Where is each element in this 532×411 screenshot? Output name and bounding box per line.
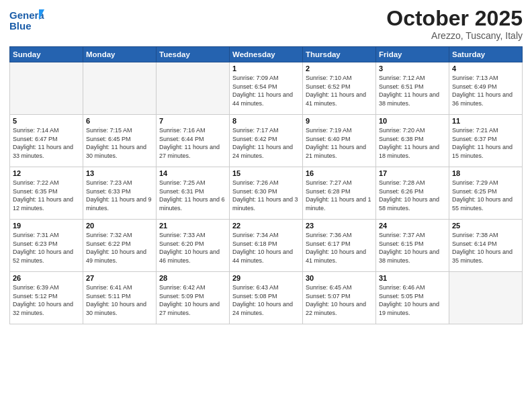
day-number: 18 (452, 169, 519, 177)
table-row: 26 Sunrise: 6:39 AMSunset: 5:12 PMDaylig… (10, 272, 523, 324)
day-number: 14 (159, 169, 226, 177)
day-info: Sunrise: 6:41 AMSunset: 5:11 PMDaylight:… (86, 283, 153, 317)
header: General Blue October 2025 Arezzo, Tuscan… (9, 7, 523, 41)
day-number: 17 (379, 169, 446, 177)
day-info: Sunrise: 7:33 AMSunset: 6:20 PMDaylight:… (159, 231, 226, 265)
day-number: 11 (452, 117, 519, 125)
logo-svg: General Blue (9, 7, 44, 35)
day-cell-22: 22 Sunrise: 7:34 AMSunset: 6:18 PMDaylig… (230, 220, 303, 272)
col-monday: Monday (83, 47, 157, 62)
day-number: 6 (86, 117, 153, 125)
day-cell-31: 31 Sunrise: 6:46 AMSunset: 5:05 PMDaylig… (376, 272, 449, 324)
day-number: 22 (232, 222, 300, 230)
day-info: Sunrise: 7:20 AMSunset: 6:38 PMDaylight:… (379, 126, 446, 160)
day-number: 21 (159, 222, 226, 230)
day-cell-11: 11 Sunrise: 7:21 AMSunset: 6:37 PMDaylig… (449, 115, 523, 167)
day-number: 12 (13, 169, 80, 177)
col-sunday: Sunday (10, 47, 83, 62)
day-cell-8: 8 Sunrise: 7:17 AMSunset: 6:42 PMDayligh… (230, 115, 303, 167)
col-wednesday: Wednesday (230, 47, 303, 62)
day-number: 2 (306, 64, 373, 73)
day-info: Sunrise: 7:37 AMSunset: 6:15 PMDaylight:… (379, 231, 446, 265)
day-info: Sunrise: 7:23 AMSunset: 6:33 PMDaylight:… (86, 179, 153, 212)
empty-cell (449, 272, 523, 324)
col-friday: Friday (376, 47, 449, 62)
day-cell-12: 12 Sunrise: 7:22 AMSunset: 6:35 PMDaylig… (10, 167, 83, 220)
day-cell-7: 7 Sunrise: 7:16 AMSunset: 6:44 PMDayligh… (157, 115, 230, 167)
day-info: Sunrise: 6:39 AMSunset: 5:12 PMDaylight:… (13, 283, 80, 317)
col-saturday: Saturday (449, 47, 523, 62)
day-cell-9: 9 Sunrise: 7:19 AMSunset: 6:40 PMDayligh… (303, 115, 376, 167)
title-block: October 2025 Arezzo, Tuscany, Italy (386, 7, 523, 41)
day-cell-25: 25 Sunrise: 7:38 AMSunset: 6:14 PMDaylig… (449, 220, 523, 272)
col-tuesday: Tuesday (157, 47, 230, 62)
day-info: Sunrise: 7:12 AMSunset: 6:51 PMDaylight:… (379, 74, 446, 107)
day-cell-30: 30 Sunrise: 6:45 AMSunset: 5:07 PMDaylig… (303, 272, 376, 324)
day-cell-14: 14 Sunrise: 7:25 AMSunset: 6:31 PMDaylig… (157, 167, 230, 220)
day-info: Sunrise: 7:31 AMSunset: 6:23 PMDaylight:… (13, 231, 80, 265)
day-number: 23 (306, 222, 373, 230)
empty-cell (157, 62, 230, 115)
day-number: 8 (232, 117, 300, 125)
svg-text:Blue: Blue (9, 20, 32, 32)
day-cell-18: 18 Sunrise: 7:29 AMSunset: 6:25 PMDaylig… (449, 167, 523, 220)
day-info: Sunrise: 7:38 AMSunset: 6:14 PMDaylight:… (452, 231, 519, 265)
day-number: 10 (379, 117, 446, 125)
day-cell-19: 19 Sunrise: 7:31 AMSunset: 6:23 PMDaylig… (10, 220, 83, 272)
location-subtitle: Arezzo, Tuscany, Italy (386, 30, 523, 41)
day-info: Sunrise: 7:19 AMSunset: 6:40 PMDaylight:… (306, 126, 373, 160)
day-number: 1 (232, 64, 300, 73)
day-number: 13 (86, 169, 153, 177)
day-number: 28 (159, 274, 226, 282)
day-cell-4: 4 Sunrise: 7:13 AMSunset: 6:49 PMDayligh… (449, 62, 523, 115)
page-container: General Blue October 2025 Arezzo, Tuscan… (0, 0, 532, 411)
day-number: 27 (86, 274, 153, 282)
day-cell-5: 5 Sunrise: 7:14 AMSunset: 6:47 PMDayligh… (10, 115, 83, 167)
day-number: 30 (306, 274, 373, 282)
day-cell-23: 23 Sunrise: 7:36 AMSunset: 6:17 PMDaylig… (303, 220, 376, 272)
day-cell-24: 24 Sunrise: 7:37 AMSunset: 6:15 PMDaylig… (376, 220, 449, 272)
day-info: Sunrise: 7:22 AMSunset: 6:35 PMDaylight:… (13, 179, 80, 212)
day-info: Sunrise: 7:36 AMSunset: 6:17 PMDaylight:… (306, 231, 373, 265)
day-info: Sunrise: 6:45 AMSunset: 5:07 PMDaylight:… (306, 283, 373, 317)
weekday-header-row: Sunday Monday Tuesday Wednesday Thursday… (10, 47, 523, 62)
day-cell-2: 2 Sunrise: 7:10 AMSunset: 6:52 PMDayligh… (303, 62, 376, 115)
day-cell-6: 6 Sunrise: 7:15 AMSunset: 6:45 PMDayligh… (83, 115, 157, 167)
day-info: Sunrise: 7:32 AMSunset: 6:22 PMDaylight:… (86, 231, 153, 265)
table-row: 5 Sunrise: 7:14 AMSunset: 6:47 PMDayligh… (10, 115, 523, 167)
day-number: 3 (379, 64, 446, 73)
day-info: Sunrise: 6:43 AMSunset: 5:08 PMDaylight:… (232, 283, 300, 317)
day-cell-27: 27 Sunrise: 6:41 AMSunset: 5:11 PMDaylig… (83, 272, 157, 324)
day-cell-16: 16 Sunrise: 7:27 AMSunset: 6:28 PMDaylig… (303, 167, 376, 220)
empty-cell (10, 62, 83, 115)
month-title: October 2025 (386, 7, 523, 30)
day-number: 25 (452, 222, 519, 230)
day-info: Sunrise: 7:09 AMSunset: 6:54 PMDaylight:… (232, 74, 300, 107)
day-number: 9 (306, 117, 373, 125)
day-number: 31 (379, 274, 446, 282)
day-cell-26: 26 Sunrise: 6:39 AMSunset: 5:12 PMDaylig… (10, 272, 83, 324)
day-number: 4 (452, 64, 519, 73)
day-cell-1: 1 Sunrise: 7:09 AMSunset: 6:54 PMDayligh… (230, 62, 303, 115)
day-cell-20: 20 Sunrise: 7:32 AMSunset: 6:22 PMDaylig… (83, 220, 157, 272)
day-cell-3: 3 Sunrise: 7:12 AMSunset: 6:51 PMDayligh… (376, 62, 449, 115)
day-number: 26 (13, 274, 80, 282)
empty-cell (83, 62, 157, 115)
day-number: 29 (232, 274, 300, 282)
day-info: Sunrise: 7:25 AMSunset: 6:31 PMDaylight:… (159, 179, 226, 212)
day-info: Sunrise: 7:27 AMSunset: 6:28 PMDaylight:… (306, 179, 373, 212)
day-info: Sunrise: 6:42 AMSunset: 5:09 PMDaylight:… (159, 283, 226, 317)
day-number: 16 (306, 169, 373, 177)
day-number: 20 (86, 222, 153, 230)
table-row: 1 Sunrise: 7:09 AMSunset: 6:54 PMDayligh… (10, 62, 523, 115)
day-cell-29: 29 Sunrise: 6:43 AMSunset: 5:08 PMDaylig… (230, 272, 303, 324)
day-cell-28: 28 Sunrise: 6:42 AMSunset: 5:09 PMDaylig… (157, 272, 230, 324)
day-number: 15 (232, 169, 300, 177)
day-info: Sunrise: 7:16 AMSunset: 6:44 PMDaylight:… (159, 126, 226, 160)
day-number: 24 (379, 222, 446, 230)
col-thursday: Thursday (303, 47, 376, 62)
day-info: Sunrise: 7:26 AMSunset: 6:30 PMDaylight:… (232, 179, 300, 212)
day-info: Sunrise: 7:14 AMSunset: 6:47 PMDaylight:… (13, 126, 80, 160)
day-info: Sunrise: 7:28 AMSunset: 6:26 PMDaylight:… (379, 179, 446, 212)
day-number: 5 (13, 117, 80, 125)
